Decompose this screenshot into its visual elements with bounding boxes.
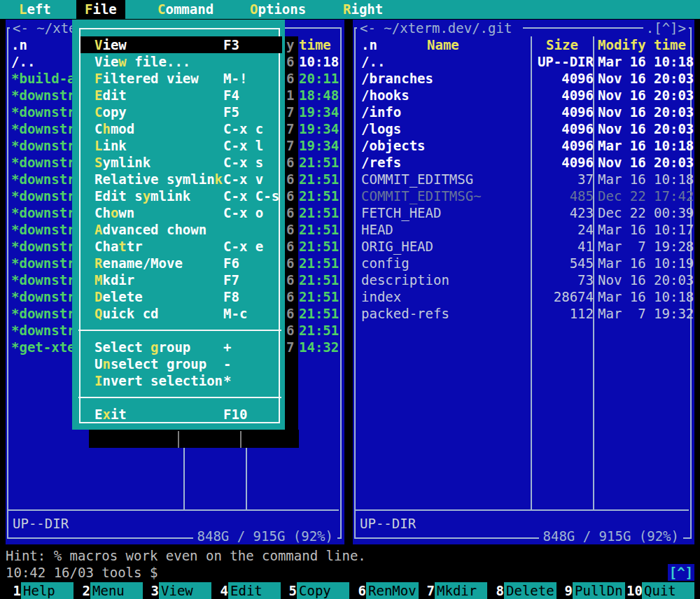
file-row[interactable]: /branches4096Nov 16 20:03 (356, 70, 689, 87)
menu-item-shortcut: C-x l (223, 137, 263, 154)
menu-item-unselect-group[interactable]: Unselect group- (80, 355, 282, 372)
menu-item-edit[interactable]: EditF4 (80, 87, 282, 104)
menu-item-filtered-view[interactable]: Filtered viewM-! (80, 70, 282, 87)
menu-item-edit-symlink[interactable]: Edit symlinkC-x C-s (80, 188, 282, 204)
right-panel-mtime-header[interactable]: Modify time (598, 36, 686, 53)
file-name: HEAD (361, 221, 393, 238)
file-mtime: Nov 16 20:03 (598, 272, 694, 288)
menubar-item-file[interactable]: File (76, 0, 125, 19)
midnight-commander-screen: LeftFileCommandOptionsRight <- ~/xte .n … (0, 0, 700, 599)
shadowed-date-digit: 6 (286, 322, 294, 339)
hotkey-letter: S (94, 155, 102, 170)
fkey-view[interactable]: 3View (144, 582, 211, 599)
file-mtime: 21:51 (299, 154, 339, 171)
file-row[interactable]: COMMIT_EDITMSG37Mar 16 10:18 (356, 171, 689, 188)
menu-item-chown[interactable]: ChownC-x o (80, 204, 282, 221)
menu-item-view[interactable]: ViewF3 (80, 36, 282, 53)
menu-item-chmod[interactable]: ChmodC-x c (80, 120, 282, 137)
menu-item-label: Advanced chown (94, 221, 206, 238)
right-panel-sort-header[interactable]: .n (361, 36, 377, 53)
file-size: 4096 (532, 137, 594, 154)
menu-item-link[interactable]: LinkC-x l (80, 137, 282, 154)
menu-item-delete[interactable]: DeleteF8 (80, 288, 282, 305)
fkey-pulldn[interactable]: 9PullDn (557, 582, 625, 599)
file-row[interactable]: /logs4096Nov 16 20:03 (356, 120, 689, 137)
menu-item-advanced-chown[interactable]: Advanced chown (80, 221, 282, 238)
menu-item-symlink[interactable]: SymlinkC-x s (80, 154, 282, 171)
menu-item-invert-selection[interactable]: Invert selection* (80, 372, 282, 389)
file-name: packed-refs (361, 305, 449, 322)
menu-item-shortcut: - (223, 355, 231, 372)
menu-item-mkdir[interactable]: MkdirF7 (80, 272, 282, 288)
file-row[interactable]: HEAD24Mar 16 10:17 (356, 221, 689, 238)
shadowed-date-digit: 6 (286, 188, 294, 204)
hotkey-letter: h (102, 121, 110, 136)
menu-item-copy[interactable]: CopyF5 (80, 104, 282, 120)
menu-item-view-file-[interactable]: View file... (80, 53, 282, 70)
panel-scroll-badge[interactable]: [^] (668, 564, 694, 581)
file-row[interactable]: description73Nov 16 20:03 (356, 272, 689, 288)
menu-item-shortcut: C-x e (223, 238, 263, 255)
menu-separator (78, 397, 281, 398)
menu-item-label: View (94, 36, 127, 53)
hotkey-letter: n (102, 356, 110, 372)
right-panel[interactable]: <- ~/xterm.dev/.git .[^]> .n Name Size M… (353, 20, 694, 544)
file-row[interactable]: index28674Mar 16 10:18 (356, 288, 689, 305)
fkey-edit[interactable]: 4Edit (213, 582, 281, 599)
right-panel-name-header[interactable]: Name (427, 36, 459, 53)
fkey-copy[interactable]: 5Copy (281, 582, 349, 599)
file-row[interactable]: /refs4096Nov 16 20:03 (356, 154, 689, 171)
menu-item-select-group[interactable]: Select group+ (80, 339, 282, 355)
fkey-delete[interactable]: 8Delete (489, 582, 556, 599)
fkey-mkdir[interactable]: 7Mkdir (419, 582, 487, 599)
file-row[interactable]: COMMIT_EDITMSG~485Dec 22 17:42 (356, 188, 689, 204)
file-row[interactable]: config545Mar 16 10:19 (356, 255, 689, 272)
file-name: /objects (361, 137, 426, 154)
left-panel-sort-header[interactable]: .n (11, 36, 27, 53)
file-mtime: Mar 16 10:18 (598, 171, 694, 188)
file-row[interactable]: packed-refs112Mar 7 19:32 (356, 305, 689, 322)
menubar-item-left[interactable]: Left (19, 0, 51, 19)
file-row[interactable]: /..UP--DIRMar 16 10:18 (356, 53, 689, 70)
menu-item-quick-cd[interactable]: Quick cdM-c (80, 305, 282, 322)
file-mtime: Mar 16 10:19 (598, 255, 694, 272)
fkey-quit[interactable]: 10Quit (626, 582, 694, 599)
file-name: FETCH_HEAD (361, 204, 441, 221)
right-panel-size-header[interactable]: Size (532, 36, 592, 53)
dropdown-shadow-bottom (89, 430, 299, 448)
fkey-renmov[interactable]: 6RenMov (351, 582, 419, 599)
menubar-item-right[interactable]: Right (343, 0, 383, 19)
file-row[interactable]: FETCH_HEAD423Dec 22 00:39 (356, 204, 689, 221)
right-panel-path[interactable]: <- ~/xterm.dev/.git (357, 20, 523, 36)
file-name: *downstr (11, 255, 76, 272)
file-row[interactable]: ORIG_HEAD41Mar 7 19:28 (356, 238, 689, 255)
menu-item-label: Chattr (94, 238, 143, 255)
fkey-help[interactable]: 1Help (6, 582, 74, 599)
file-row[interactable]: /hooks4096Nov 16 20:03 (356, 87, 689, 104)
menubar-item-options[interactable]: Options (250, 0, 306, 19)
hotkey-letter: F (94, 71, 102, 86)
fkey-menu[interactable]: 2Menu (75, 582, 143, 599)
hotkey-letter: V (94, 37, 102, 52)
hotkey-letter: C (158, 1, 165, 17)
shadowed-date-digit: 6 (286, 305, 294, 322)
left-panel-path[interactable]: <- ~/xte (10, 20, 80, 36)
fkey-label: Delete (504, 582, 556, 599)
fkey-number: 5 (281, 582, 297, 599)
right-panel-corner-buttons[interactable]: .[^]> (643, 20, 689, 36)
right-panel-mini-status: UP--DIR (360, 515, 416, 532)
file-name: *downstr (11, 305, 76, 322)
file-row[interactable]: /objects4096Mar 16 10:18 (356, 137, 689, 154)
menu-item-chattr[interactable]: ChattrC-x e (80, 238, 282, 255)
menubar-item-command[interactable]: Command (158, 0, 214, 19)
menu-item-exit[interactable]: ExitF10 (80, 406, 282, 423)
file-mtime: 21:51 (299, 221, 339, 238)
file-mtime: 19:34 (299, 104, 339, 120)
menu-item-rename-move[interactable]: Rename/MoveF6 (80, 255, 282, 272)
fkey-number: 4 (213, 582, 228, 599)
menu-item-label: Copy (94, 104, 127, 120)
file-size: 4096 (532, 104, 594, 120)
menu-item-relative-symlink[interactable]: Relative symlinkC-x v (80, 171, 282, 188)
file-row[interactable]: /info4096Nov 16 20:03 (356, 104, 689, 120)
command-line[interactable]: 10:42 16/03 tools $ (6, 564, 158, 581)
